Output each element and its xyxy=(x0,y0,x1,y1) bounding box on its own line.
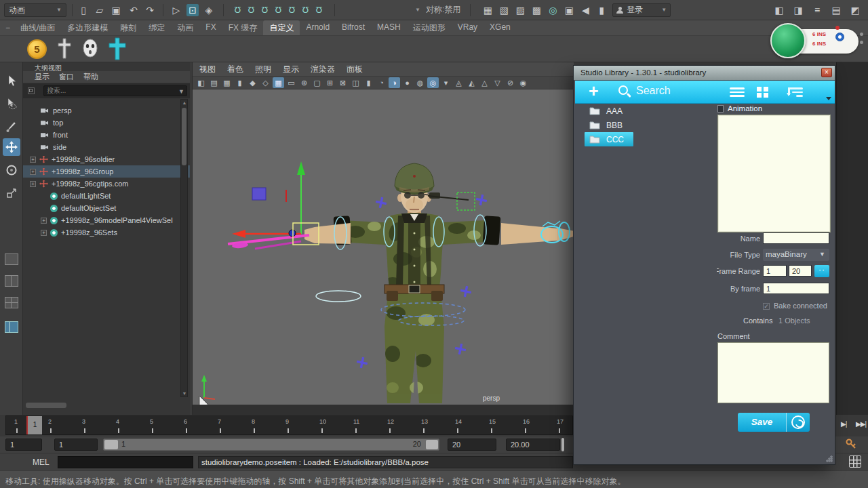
viewport-toolbar-icon[interactable]: ⊘ xyxy=(505,77,516,88)
frame-range-picker-button[interactable] xyxy=(814,265,829,277)
sort-icon[interactable] xyxy=(787,87,803,98)
layout-outliner-persp[interactable] xyxy=(5,321,18,333)
expand-toggle[interactable] xyxy=(41,230,47,236)
render-icon[interactable]: ▮ xyxy=(595,4,608,16)
file-type-dropdown[interactable]: mayaBinary▼ xyxy=(763,249,829,261)
viewport-toolbar-icon[interactable]: ◭ xyxy=(466,77,477,88)
viewport-toolbar-icon[interactable]: ▾ xyxy=(440,77,452,88)
search-icon[interactable] xyxy=(618,85,628,95)
shelf-item-cross[interactable] xyxy=(56,38,73,60)
panel-toggle-icon[interactable]: ◧ xyxy=(773,4,785,16)
shelf-tab[interactable]: Arnold xyxy=(300,20,336,36)
viewport-toolbar-icon[interactable]: ▦ xyxy=(273,77,284,88)
viewport-toolbar-icon[interactable]: ◔ xyxy=(376,77,387,88)
resize-grip[interactable] xyxy=(826,455,833,462)
set-key-icon[interactable] xyxy=(846,439,856,449)
range-handle-right[interactable] xyxy=(426,440,438,449)
login-dropdown[interactable]: 登录▼ xyxy=(612,3,671,17)
file-icon[interactable]: ▣ xyxy=(110,4,122,16)
mel-input[interactable] xyxy=(58,456,193,468)
viewport-toolbar-icon[interactable]: ⊞ xyxy=(324,77,336,88)
comment-box[interactable] xyxy=(717,342,829,403)
shelf-tab[interactable]: 运动图形 xyxy=(407,20,452,36)
rotate-tool[interactable] xyxy=(3,161,20,179)
frame-end-field[interactable] xyxy=(789,265,812,277)
panel-toggle-icon[interactable]: ▤ xyxy=(830,4,842,16)
search-label[interactable]: Search xyxy=(636,85,671,97)
add-icon[interactable] xyxy=(589,81,599,101)
playback-start-field[interactable]: 1 xyxy=(54,439,98,451)
outliner-row[interactable]: side xyxy=(23,141,190,153)
undo-redo-icon[interactable]: ↶ xyxy=(127,4,140,16)
viewport-toolbar-icon[interactable]: ◎ xyxy=(427,77,439,88)
viewport-toolbar-icon[interactable]: ◉ xyxy=(517,77,529,88)
shelf-tab[interactable]: XGen xyxy=(484,20,517,36)
outliner-menu[interactable]: 窗口 xyxy=(59,72,74,82)
viewport-toolbar-icon[interactable]: ◆ xyxy=(247,77,258,88)
viewport-menu[interactable]: 显示 xyxy=(283,64,299,75)
shelf-tab[interactable]: 多边形建模 xyxy=(61,20,114,36)
render-icon[interactable]: ◀ xyxy=(579,4,591,16)
outliner-row[interactable]: defaultObjectSet xyxy=(23,202,190,214)
move-tool[interactable] xyxy=(3,138,20,156)
studio-library-titlebar[interactable]: Studio Library - 1.30.1 - studiolibrary xyxy=(574,66,835,80)
expand-toggle[interactable] xyxy=(30,157,36,163)
frame-start-field[interactable] xyxy=(763,265,787,277)
viewport-toolbar-icon[interactable]: ● xyxy=(401,77,413,88)
render-icon[interactable]: ▩ xyxy=(530,4,542,16)
library-folder[interactable]: CCC xyxy=(585,132,633,146)
outliner-row[interactable]: persp xyxy=(23,104,190,117)
range-slider-track[interactable]: 1 20 xyxy=(103,439,439,451)
snap-icon[interactable]: Ω xyxy=(313,5,325,15)
shelf-collapse-icon[interactable] xyxy=(5,23,10,33)
lasso-tool[interactable] xyxy=(3,95,20,113)
expand-toggle[interactable] xyxy=(41,218,47,224)
viewport-toolbar-icon[interactable]: ⊠ xyxy=(337,77,349,88)
animation-start-field[interactable]: 1 xyxy=(5,439,42,451)
shelf-tab[interactable]: 动画 xyxy=(171,20,199,36)
paint-select-tool[interactable] xyxy=(3,118,20,136)
file-icon[interactable]: ▯ xyxy=(77,4,90,16)
shelf-item-cyan-cross[interactable] xyxy=(107,37,127,60)
current-frame-indicator[interactable]: 1 xyxy=(26,416,42,434)
viewport-toolbar-icon[interactable]: ◑ xyxy=(389,77,400,88)
scale-tool[interactable] xyxy=(3,184,20,202)
save-button[interactable]: Save xyxy=(738,413,810,432)
soldier-character[interactable] xyxy=(304,163,574,403)
view-grid-icon[interactable] xyxy=(757,87,768,98)
translate-manipulator[interactable] xyxy=(228,161,319,249)
library-folder[interactable]: AAA xyxy=(585,104,632,118)
render-icon[interactable]: ▦ xyxy=(481,4,494,16)
render-icon[interactable]: ◎ xyxy=(547,4,559,16)
shelf-tab[interactable]: 雕刻 xyxy=(114,20,142,36)
outliner-scrollbar[interactable] xyxy=(180,99,188,397)
viewport-toolbar-icon[interactable]: △ xyxy=(479,77,490,88)
by-frame-field[interactable] xyxy=(763,283,829,294)
step-forward-icon[interactable]: ▶| xyxy=(841,420,846,428)
viewport-menu[interactable]: 视图 xyxy=(199,64,216,75)
shelf-tab[interactable]: FX xyxy=(199,20,222,36)
snap-icon[interactable]: Ω xyxy=(245,5,257,15)
shelf-item-mask[interactable] xyxy=(82,39,98,59)
symmetry-status[interactable]: 对称:禁用 xyxy=(426,4,460,16)
viewport-toolbar-icon[interactable]: ◧ xyxy=(195,77,207,88)
grid-snap-icon[interactable] xyxy=(849,455,861,468)
playback-end-field[interactable]: 20 xyxy=(448,439,496,451)
render-icon[interactable]: ▨ xyxy=(514,4,526,16)
library-item[interactable]: Animation xyxy=(717,104,762,113)
anim-end-field[interactable]: 20.00 xyxy=(506,439,560,451)
shelf-item-coin[interactable]: 5 xyxy=(27,39,47,59)
selection-mode-icon[interactable]: ▷ xyxy=(170,4,182,16)
timeline-ruler[interactable]: 1234567891011121314151617 1 xyxy=(5,415,573,435)
name-field[interactable] xyxy=(763,232,829,244)
viewport-toolbar-icon[interactable]: ⊕ xyxy=(298,77,310,88)
select-tool[interactable] xyxy=(3,72,20,89)
layout-two-pane[interactable] xyxy=(5,275,18,287)
shelf-tab[interactable]: 曲线/曲面 xyxy=(14,20,61,36)
viewport-toolbar-icon[interactable]: ◬ xyxy=(453,77,465,88)
panel-toggle-icon[interactable]: ≡ xyxy=(811,4,823,16)
expand-toggle[interactable] xyxy=(30,169,36,175)
shelf-tab[interactable]: MASH xyxy=(371,20,407,36)
viewport-menu[interactable]: 渲染器 xyxy=(311,64,335,75)
viewport-canvas[interactable]: persp xyxy=(193,89,574,405)
